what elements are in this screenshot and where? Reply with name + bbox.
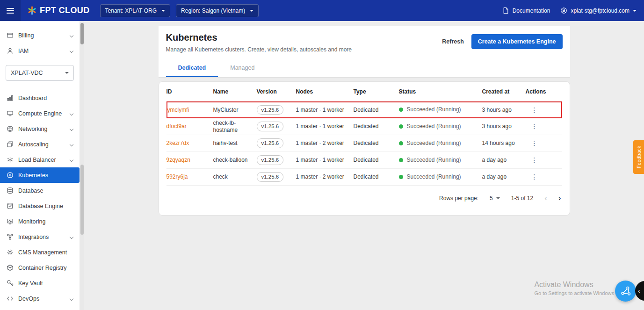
sidebar-item-billing[interactable]: Billing — [0, 28, 80, 43]
tab-dedicated[interactable]: Dedicated — [166, 59, 218, 77]
sidebar-scrollbar[interactable] — [80, 21, 84, 310]
sidebar-item-label: Dashboard — [18, 95, 47, 101]
cluster-id-link[interactable]: 2kezr7dx — [166, 140, 189, 146]
sidebar-item-key-vault[interactable]: Key Vault — [0, 275, 80, 291]
sidebar-item-database-engine[interactable]: Database Engine — [0, 198, 80, 214]
cell-type: Dedicated — [354, 118, 399, 135]
sidebar-item-autoscaling[interactable]: Autoscaling — [0, 137, 80, 152]
assistant-chat-button[interactable] — [615, 281, 636, 302]
row-actions-button[interactable]: ⋮ — [526, 106, 538, 114]
cell-nodes: 1 master · 1 worker — [296, 101, 354, 118]
cell-type: Dedicated — [354, 152, 399, 169]
chevron-down-icon — [70, 111, 73, 115]
account-email: xplat-stg@fptcloud.com — [571, 7, 630, 14]
chevron-down-icon — [250, 10, 253, 12]
cell-status: Succeeded (Running) — [399, 135, 482, 152]
row-actions-button[interactable]: ⋮ — [526, 156, 538, 164]
topbar: FPT CLOUD Tenant: XPLAT-ORG Region: Saig… — [0, 0, 644, 21]
clusters-table: IDNameVersionNodesTypeStatusCreated atAc… — [166, 82, 562, 186]
column-header-version: Version — [257, 82, 296, 101]
cluster-id-link[interactable]: 9zqyaqzn — [166, 157, 190, 163]
integrations-icon — [7, 233, 14, 240]
hamburger-menu-button[interactable] — [0, 0, 21, 21]
sidebar-item-label: Container Registry — [18, 265, 67, 271]
sidebar-main-section: DashboardCompute EngineNetworkingAutosca… — [0, 81, 80, 306]
sidebar-item-compute-engine[interactable]: Compute Engine — [0, 106, 80, 121]
region-select[interactable]: Region: Saigon (Vietnam) — [176, 4, 259, 17]
cell-type: Dedicated — [354, 169, 399, 186]
header-actions: Refresh Create a Kubernetes Engine — [442, 34, 562, 49]
sidebar-item-label: Monitoring — [18, 218, 45, 225]
cell-id: 9zqyaqzn — [166, 152, 213, 169]
cluster-id-link[interactable]: ymclymfi — [167, 107, 189, 113]
sidebar-item-iam[interactable]: IAM — [0, 43, 80, 58]
row-actions-button[interactable]: ⋮ — [526, 173, 538, 180]
table-row: dfocf9archeck-lb-hostnamev1.25.61 master… — [166, 118, 562, 135]
scrollbar-thumb[interactable] — [80, 165, 84, 235]
table-row: 592ry6jacheckv1.25.61 master · 2 workerD… — [166, 169, 562, 186]
cell-name: check-lb-hostname — [213, 118, 257, 135]
sidebar-item-dashboard[interactable]: Dashboard — [0, 90, 80, 106]
column-header-created-at: Created at — [482, 82, 526, 101]
version-badge: v1.25.6 — [257, 105, 284, 115]
cluster-id-link[interactable]: 592ry6ja — [166, 173, 188, 180]
devops-icon — [7, 295, 14, 302]
sidebar-item-label: Key Vault — [18, 280, 43, 287]
version-badge: v1.25.6 — [257, 155, 284, 165]
rows-per-page-label: Rows per page: — [439, 195, 478, 202]
cell-nodes: 1 master · 2 worker — [296, 135, 354, 152]
sidebar-item-database[interactable]: Database — [0, 183, 80, 198]
iam-icon — [7, 47, 14, 54]
cell-actions: ⋮ — [526, 135, 562, 152]
chevron-down-icon — [65, 72, 69, 74]
sidebar-item-kubernetes[interactable]: Kubernetes — [0, 167, 80, 183]
sidebar-item-devops[interactable]: DevOps — [0, 291, 80, 306]
prev-page-button[interactable]: ‹ — [544, 194, 547, 202]
tenant-select[interactable]: Tenant: XPLAT-ORG — [100, 4, 171, 17]
column-header-nodes: Nodes — [296, 82, 354, 101]
sidebar-item-label: Load Balancer — [18, 157, 56, 163]
sidebar-item-networking[interactable]: Networking — [0, 121, 80, 137]
documentation-link[interactable]: Documentation — [502, 7, 550, 14]
cell-actions: ⋮ — [526, 101, 562, 118]
key-vault-icon — [7, 280, 14, 287]
cell-nodes: 1 master · 2 worker — [296, 169, 354, 186]
sidebar-item-container-registry[interactable]: Container Registry — [0, 260, 80, 275]
load-balancer-icon — [7, 156, 14, 163]
monitoring-icon — [7, 218, 14, 225]
cell-id: dfocf9ar — [166, 118, 213, 135]
row-actions-button[interactable]: ⋮ — [526, 139, 538, 147]
pagination: Rows per page: 5 1-5 of 12 ‹ › — [166, 186, 562, 202]
sidebar-item-monitoring[interactable]: Monitoring — [0, 214, 80, 229]
cell-created-at: a day ago — [482, 169, 526, 186]
create-kubernetes-engine-button[interactable]: Create a Kubernetes Engine — [471, 34, 563, 49]
database-icon — [7, 187, 14, 194]
cell-actions: ⋮ — [526, 152, 562, 169]
feedback-tab[interactable]: Feedback — [633, 140, 644, 174]
cluster-id-link[interactable]: dfocf9ar — [166, 123, 187, 130]
sidebar-item-cms-management[interactable]: CMS Management — [0, 245, 80, 260]
row-actions-button[interactable]: ⋮ — [526, 123, 538, 130]
billing-icon — [7, 32, 14, 39]
vdc-select[interactable]: XPLAT-VDC — [6, 65, 74, 81]
cell-actions: ⋮ — [526, 169, 562, 186]
tab-managed[interactable]: Managed — [218, 59, 267, 77]
sidebar-top-section: BillingIAM — [0, 21, 80, 58]
sidebar-item-load-balancer[interactable]: Load Balancer — [0, 152, 80, 167]
watermark-line2: Go to Settings to activate Windows — [534, 290, 614, 296]
cell-version: v1.25.6 — [257, 152, 296, 169]
fpt-cloud-logo: FPT CLOUD — [27, 6, 90, 15]
scrollbar-thumb[interactable] — [80, 23, 84, 44]
cell-version: v1.25.6 — [257, 118, 296, 135]
user-icon — [560, 7, 567, 14]
network-nodes-icon — [620, 285, 632, 297]
cell-name: haihv-test — [213, 135, 257, 152]
refresh-button[interactable]: Refresh — [442, 38, 464, 45]
rows-per-page-select[interactable]: 5 — [490, 195, 500, 202]
chevron-down-icon — [70, 235, 73, 238]
sidebar-item-integrations[interactable]: Integrations — [0, 229, 80, 245]
account-menu[interactable]: xplat-stg@fptcloud.com — [560, 7, 637, 14]
chevron-down-icon — [70, 49, 73, 52]
cell-id: 2kezr7dx — [166, 135, 213, 152]
next-page-button[interactable]: › — [558, 194, 561, 202]
